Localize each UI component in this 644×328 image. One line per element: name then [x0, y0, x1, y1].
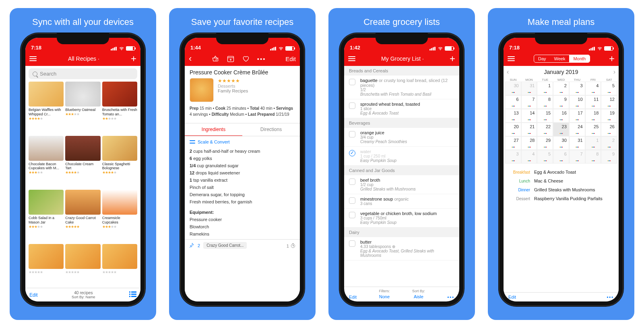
add-icon[interactable]: + — [450, 54, 455, 64]
grocery-item[interactable]: beef broth1/2 cupGrilled Steaks with Mus… — [344, 175, 459, 194]
grocery-list[interactable]: Breads and Cerealsbaguette or crusty lon… — [344, 66, 459, 287]
calendar-day[interactable]: 30•••• — [553, 136, 569, 150]
calendar-day[interactable]: 11•••• — [585, 95, 601, 109]
recipe-card[interactable]: Bruschetta with Fresh Tomato an...★★★★★ — [102, 82, 137, 134]
calendar-day[interactable]: 7•••• — [521, 95, 537, 109]
calendar-day[interactable]: 9•••• — [553, 95, 569, 109]
rating-stars[interactable]: ★★★★★ — [218, 78, 248, 84]
ingredient-row[interactable]: 1 tsp vanilla extract — [190, 176, 295, 184]
prev-month-icon[interactable]: ‹ — [507, 68, 509, 76]
recipe-card[interactable]: ★★★★★ — [65, 244, 100, 288]
ingredient-row[interactable]: Pinch of salt — [190, 184, 295, 191]
calendar-day[interactable]: 18•••• — [585, 109, 601, 123]
calendar-day[interactable]: 3•••• — [505, 150, 521, 164]
recipe-card[interactable]: Cobb Salad in a Mason Jar★★★★★ — [29, 190, 64, 242]
calendar-day[interactable]: 20•••• — [505, 123, 521, 136]
pin-icon[interactable] — [189, 242, 194, 249]
add-icon[interactable]: + — [131, 54, 136, 64]
ingredient-row[interactable]: Fresh mixed berries, for garnish — [190, 198, 295, 205]
calendar-day[interactable]: 26•••• — [601, 123, 617, 136]
edit-button[interactable]: Edit — [29, 292, 38, 298]
calendar-day[interactable]: 22•••• — [537, 123, 553, 136]
checkbox[interactable] — [349, 79, 355, 85]
calendar-day[interactable]: 31•••• — [569, 136, 585, 150]
calendar-add-icon[interactable] — [227, 55, 235, 63]
calendar-day[interactable]: 30•••• — [505, 82, 521, 95]
recipe-card[interactable]: Belgian Waffles with Whipped Cr...★★★★★ — [29, 82, 64, 134]
next-month-icon[interactable]: › — [613, 68, 615, 76]
recipe-card[interactable]: Blueberry Oatmeal★★★★★ — [65, 82, 100, 134]
meal-row[interactable]: DinnerGrilled Steaks with Mushrooms — [508, 185, 614, 194]
recipe-card[interactable]: Crazy Good Carrot Cake★★★★★ — [65, 190, 100, 242]
calendar-day[interactable]: 21•••• — [521, 123, 537, 136]
checkbox[interactable] — [349, 150, 355, 156]
more-icon[interactable]: ••• — [447, 295, 454, 299]
calendar-day[interactable]: 8•••• — [585, 150, 601, 164]
meal-row[interactable]: LunchMac & Cheese — [508, 176, 614, 185]
timer-icon[interactable]: 1 — [287, 243, 296, 248]
nav-title[interactable]: My Grocery List · — [381, 55, 424, 62]
calendar-day[interactable]: 5•••• — [601, 82, 617, 95]
more-icon[interactable]: ••• — [257, 55, 266, 62]
calendar-day[interactable]: 1•••• — [585, 136, 601, 150]
calendar-day[interactable]: 23•••• — [553, 123, 569, 136]
calendar-day[interactable]: 6•••• — [505, 95, 521, 109]
grocery-item[interactable]: water1 cup / 250 mlEasy Pumpkin Soup — [344, 147, 459, 166]
sort-control[interactable]: Sort By: Aisle — [412, 289, 425, 299]
edit-button[interactable]: Edit — [508, 295, 516, 299]
ingredient-row[interactable]: 12 drops liquid sweetener — [190, 169, 295, 176]
grocery-item[interactable]: butter4.33 tablespoons ⊕Egg & Avocado To… — [344, 237, 459, 260]
calendar-day[interactable]: 16•••• — [553, 109, 569, 123]
checkbox[interactable] — [349, 212, 355, 218]
recipe-card[interactable]: ★★★★★ — [102, 244, 137, 288]
calendar-day[interactable]: 13•••• — [505, 109, 521, 123]
calendar-day[interactable]: 28•••• — [521, 136, 537, 150]
pinned-chip[interactable]: Crazy Good Carrot... — [203, 242, 247, 249]
tab-directions[interactable]: Directions — [242, 123, 300, 136]
menu-icon[interactable] — [29, 56, 37, 61]
calendar-day[interactable]: 19•••• — [601, 109, 617, 123]
calendar-day[interactable]: 15•••• — [537, 109, 553, 123]
scale-convert-link[interactable]: Scale & Convert — [185, 136, 300, 146]
ingredient-row[interactable]: 1/4 cup granulated sugar — [190, 162, 295, 169]
filters-control[interactable]: Filters: None — [379, 289, 390, 299]
calendar-day[interactable]: 7•••• — [569, 150, 585, 164]
ingredient-row[interactable]: 2 cups half-and-half or heavy cream — [190, 148, 295, 155]
more-icon[interactable]: ••• — [607, 295, 614, 299]
view-segmented-control[interactable]: Day Week Month — [534, 55, 590, 63]
calendar-day[interactable]: 4•••• — [521, 150, 537, 164]
recipe-card[interactable]: Chocolate Cream Tart★★★★★ — [65, 136, 100, 189]
calendar-day[interactable]: 29•••• — [537, 136, 553, 150]
grocery-item[interactable]: vegetable or chicken broth, low sodium3 … — [344, 209, 459, 228]
checkbox[interactable] — [349, 178, 355, 185]
calendar-day[interactable]: 25•••• — [585, 123, 601, 136]
seg-month[interactable]: Month — [569, 55, 590, 62]
menu-icon[interactable] — [348, 56, 355, 61]
seg-week[interactable]: Week — [550, 55, 570, 62]
nav-title[interactable]: All Recipes · — [68, 55, 99, 62]
checkbox[interactable] — [349, 197, 355, 204]
calendar-day[interactable]: 5•••• — [537, 150, 553, 164]
grocery-item[interactable]: minestrone soup organic3 cans — [344, 194, 459, 209]
add-icon[interactable]: + — [609, 54, 615, 64]
meal-row[interactable]: DessertRaspberry Vanilla Pudding Parfait… — [508, 194, 614, 203]
calendar-day[interactable]: 1•••• — [537, 82, 553, 95]
recipe-card[interactable]: Classic Spaghetti Bolognese★★★★★ — [102, 136, 137, 189]
menu-icon[interactable] — [508, 56, 515, 61]
checkbox[interactable] — [349, 131, 355, 137]
ingredient-row[interactable]: Demerara sugar, for topping — [190, 191, 295, 198]
heart-icon[interactable] — [242, 55, 250, 63]
recipe-card[interactable]: Chocolate Bacon Cupcakes with M...★★★★★ — [29, 136, 64, 189]
calendar-day[interactable]: 4•••• — [585, 82, 601, 95]
ingredient-row[interactable]: 6 egg yolks — [190, 155, 295, 162]
calendar-day[interactable]: 8•••• — [537, 95, 553, 109]
calendar-day[interactable]: 12•••• — [601, 95, 617, 109]
checkbox[interactable] — [349, 240, 355, 247]
grocery-item[interactable]: orange juice3/4 cupCreamy Peach Smoothie… — [344, 128, 459, 147]
calendar-day[interactable]: 17•••• — [569, 109, 585, 123]
calendar-day[interactable]: 14•••• — [521, 109, 537, 123]
tab-ingredients[interactable]: Ingredients — [185, 123, 242, 136]
calendar-grid[interactable]: 30••••31••••1••••2••••3••••4••••5••••6••… — [504, 82, 619, 164]
recipe-card[interactable]: Creamsicle Cupcakes★★★★★ — [102, 190, 137, 242]
basket-icon[interactable] — [211, 55, 219, 63]
